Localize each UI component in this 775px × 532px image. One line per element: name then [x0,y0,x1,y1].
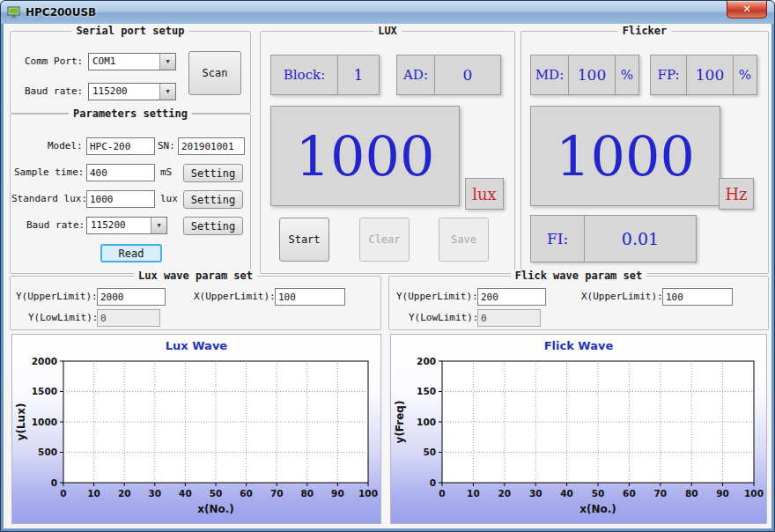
fp-label-cell: FP: [650,55,687,95]
lux-y-upper-field[interactable] [97,288,166,306]
ad-label-cell: AD: [396,55,435,95]
md-unit-cell: % [615,55,639,95]
read-button[interactable]: Read [100,244,162,262]
serial-baud-rate-value: 115200 [89,84,159,100]
sample-time-label: Sample time: [14,164,84,181]
svg-text:10: 10 [87,488,100,499]
comm-port-select[interactable]: COM1 ▼ [88,53,176,70]
flick-y-upper-field[interactable] [477,288,546,306]
params-baud-rate-select[interactable]: 115200 ▼ [86,217,167,234]
sn-label: SN: [158,137,175,155]
flick-y-low-field [477,309,541,327]
ad-display: AD: 0 [396,55,501,95]
standard-lux-field[interactable] [86,190,155,208]
serial-group-title: Serial port setup [72,25,189,37]
fi-label-cell: FI: [530,215,585,262]
svg-text:0: 0 [51,477,57,488]
flicker-main-display: 1000 [530,106,720,206]
serial-baud-rate-label: Baud rate: [25,83,83,100]
close-button[interactable]: ✕ [727,1,767,18]
svg-text:100: 100 [417,417,436,427]
lux-x-upper-field[interactable] [275,288,345,306]
chevron-down-icon[interactable]: ▼ [151,218,166,233]
close-icon: ✕ [742,4,750,15]
parameters-group-title: Parameters setting [69,107,192,120]
fp-unit-cell: % [733,55,757,95]
clear-button: Clear [359,218,410,262]
sn-field[interactable] [178,137,245,155]
lux-y-low-label: Y(LowLimit): [28,309,98,327]
svg-text:90: 90 [716,488,729,499]
svg-text:y(Freq): y(Freq) [394,401,406,444]
svg-text:50: 50 [592,488,605,499]
svg-text:70: 70 [653,488,667,499]
comm-port-label: Comm Port: [25,53,83,70]
app-icon [7,5,21,19]
params-baud-rate-label: Baud rate: [26,217,85,234]
block-display: Block: 1 [270,55,380,95]
lux-unit-display: lux [465,178,504,210]
title-bar[interactable]: HPC200USB ✕ [1,1,774,24]
chevron-down-icon[interactable]: ▼ [159,84,175,100]
svg-text:0: 0 [430,477,436,488]
block-value-cell: 1 [337,55,380,95]
svg-text:1500: 1500 [32,386,57,396]
lux-wave-param-title: Lux wave param set [134,270,257,282]
svg-text:100: 100 [358,488,378,499]
svg-text:30: 30 [529,488,542,499]
chevron-down-icon[interactable]: ▼ [159,54,175,70]
flick-y-low-label: Y(LowLimit): [409,309,478,327]
svg-text:40: 40 [560,488,573,499]
params-baud-rate-value: 115200 [87,218,151,233]
lux-wave-plot: 01020304050607080901000500100015002000x(… [12,335,380,523]
svg-text:100: 100 [744,488,764,499]
svg-text:0: 0 [439,488,445,499]
md-display: MD: 100 % [530,55,639,95]
svg-text:150: 150 [417,386,436,396]
svg-text:50: 50 [423,447,436,457]
svg-text:10: 10 [467,488,480,499]
model-field[interactable] [86,137,155,155]
lux-y-low-field [97,309,160,327]
baud-rate-setting-button[interactable]: Setting [183,217,243,235]
standard-lux-unit: lux [160,190,178,208]
flicker-group: Flicker MD: 100 % FP: 100 % 1000 Hz FI: … [520,31,769,274]
flicker-group-title: Flicker [618,25,672,37]
lux-wave-chart: Lux Wave 0102030405060708090100050010001… [11,334,381,524]
standard-lux-setting-button[interactable]: Setting [183,190,243,209]
flick-wave-param-title: Flick wave param set [511,270,647,282]
scan-button[interactable]: Scan [188,51,241,95]
svg-text:x(No.): x(No.) [579,503,616,515]
svg-text:x(No.): x(No.) [197,503,234,515]
md-value-cell: 100 [568,55,616,95]
svg-text:60: 60 [623,488,636,499]
flick-x-upper-label: X(UpperLimit): [581,288,663,306]
svg-text:50: 50 [210,488,223,499]
flick-y-upper-label: Y(UpperLimit): [396,288,478,306]
app-window: HPC200USB ✕ Serial port setup Comm Port:… [0,0,775,532]
svg-text:30: 30 [148,488,161,499]
fp-display: FP: 100 % [650,55,757,95]
svg-text:y(Lux): y(Lux) [15,403,27,441]
serial-port-setup-group: Serial port setup Comm Port: COM1 ▼ Baud… [10,31,251,114]
lux-main-display: 1000 [270,106,460,206]
svg-text:200: 200 [417,356,436,366]
svg-text:500: 500 [38,447,57,457]
serial-baud-rate-select[interactable]: 115200 ▼ [88,83,176,100]
svg-text:2000: 2000 [32,356,57,366]
svg-text:40: 40 [179,488,192,499]
window-title: HPC200USB [26,6,96,18]
svg-text:70: 70 [270,488,284,499]
model-label: Model: [48,137,83,155]
flick-x-upper-field[interactable] [662,288,733,306]
lux-wave-param-group: Lux wave param set Y(UpperLimit): X(Uppe… [10,276,381,330]
md-label-cell: MD: [530,55,569,95]
block-label-cell: Block: [270,55,338,95]
start-button[interactable]: Start [279,218,329,262]
flicker-unit-display: Hz [719,178,754,210]
lux-y-upper-label: Y(UpperLimit): [16,288,98,306]
fp-value-cell: 100 [686,55,734,95]
sample-time-setting-button[interactable]: Setting [183,164,243,182]
flick-wave-plot: 0102030405060708090100050100150200x(No.)… [391,335,766,523]
sample-time-field[interactable] [86,164,155,181]
